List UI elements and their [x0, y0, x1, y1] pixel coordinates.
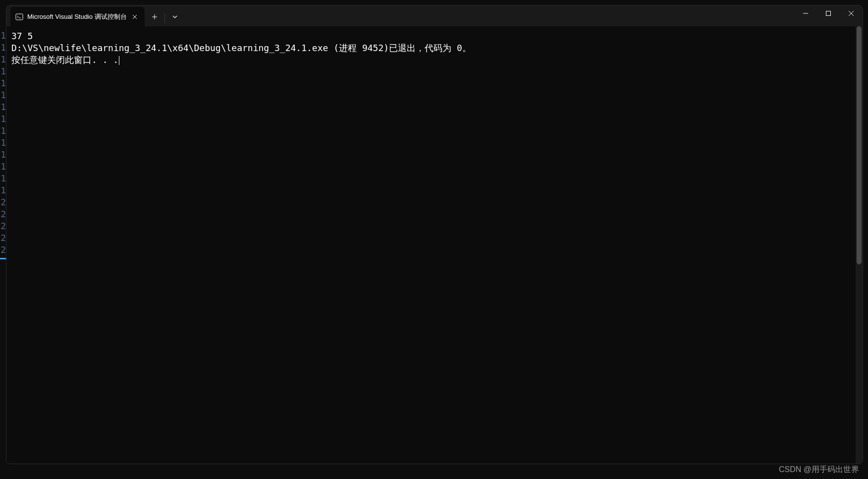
console-output[interactable]: 37 5D:\VS\newlife\learning_3_24.1\x64\De…	[6, 26, 863, 464]
text-cursor	[119, 56, 119, 65]
terminal-window: Microsoft Visual Studio 调试控制台	[6, 5, 863, 464]
vertical-scrollbar[interactable]	[856, 26, 863, 464]
close-icon[interactable]	[131, 13, 139, 21]
output-line: D:\VS\newlife\learning_3_24.1\x64\Debug\…	[11, 42, 858, 54]
tab-title: Microsoft Visual Studio 调试控制台	[27, 12, 127, 21]
close-window-button[interactable]	[840, 5, 863, 21]
tab-dropdown-button[interactable]	[166, 8, 184, 26]
titlebar[interactable]: Microsoft Visual Studio 调试控制台	[6, 5, 863, 26]
svg-rect-3	[826, 11, 831, 16]
divider	[164, 13, 165, 23]
editor-line-numbers: 1 1 1 1 1 1 1 1 1 1 1 1 1 1 2 2 2 2 2	[0, 0, 6, 479]
tab-debug-console[interactable]: Microsoft Visual Studio 调试控制台	[10, 7, 145, 26]
watermark-text: CSDN @用手码出世界	[779, 465, 859, 475]
scrollbar-thumb[interactable]	[857, 26, 862, 264]
output-line: 按任意键关闭此窗口. . .	[11, 55, 118, 65]
output-line: 37 5	[11, 30, 858, 42]
new-tab-button[interactable]	[146, 8, 163, 26]
maximize-button[interactable]	[817, 5, 840, 21]
minimize-button[interactable]	[794, 5, 817, 21]
highlight-indicator	[0, 258, 6, 259]
svg-rect-0	[16, 14, 23, 20]
console-icon	[15, 13, 23, 21]
